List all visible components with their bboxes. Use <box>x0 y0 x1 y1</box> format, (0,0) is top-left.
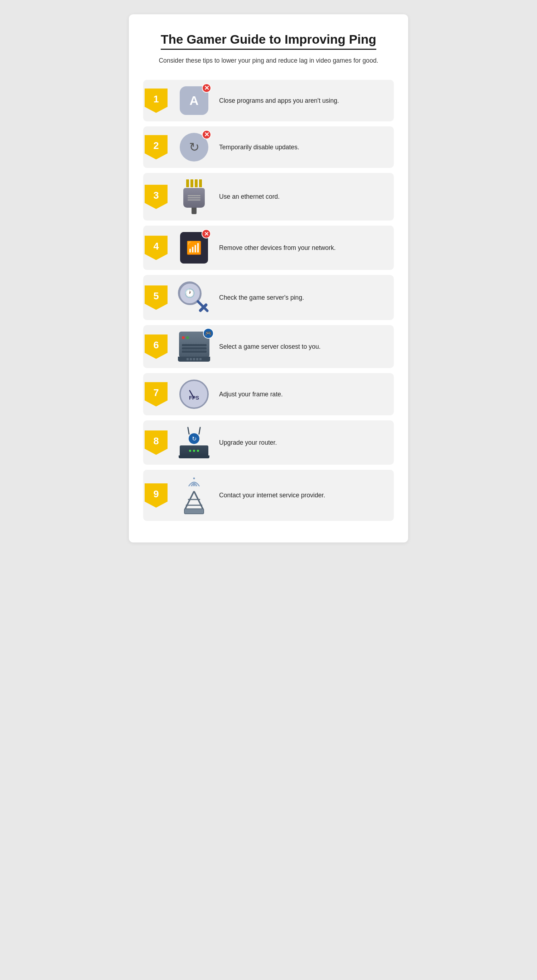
disable-updates-icon: ↻ ✕ <box>173 133 216 161</box>
tip-text-7: Adjust your frame rate. <box>216 390 283 399</box>
page-subtitle: Consider these tips to lower your ping a… <box>143 56 394 65</box>
tip-item-3: 3 <box>143 173 394 221</box>
router-icon: ↻ <box>173 427 216 458</box>
main-card: The Gamer Guide to Improving Ping Consid… <box>129 14 408 542</box>
tip-item-7: 7 FPS Adjust your frame rate. <box>143 373 394 415</box>
badge-number-4: 4 <box>153 240 159 252</box>
svg-point-2 <box>193 478 195 479</box>
number-badge-4: 4 <box>143 235 169 260</box>
badge-number-5: 5 <box>153 290 159 302</box>
router-refresh-icon: ↻ <box>189 433 199 444</box>
number-badge-6: 6 <box>143 334 169 359</box>
remove-devices-icon: 📶 ✕ <box>173 232 216 264</box>
tip-item-8: 8 ↻ Upgrade your <box>143 420 394 465</box>
svg-line-3 <box>185 491 194 509</box>
svg-line-4 <box>194 491 203 509</box>
check-ping-icon: 🕐 <box>173 282 216 313</box>
number-badge-9: 9 <box>143 484 169 508</box>
badge-number-9: 9 <box>153 488 159 500</box>
badge-number-6: 6 <box>153 339 159 351</box>
page-title: The Gamer Guide to Improving Ping <box>161 32 376 50</box>
badge-number-1: 1 <box>153 94 159 105</box>
number-badge-3: 3 <box>143 185 169 209</box>
tip-text-8: Upgrade your router. <box>216 438 277 447</box>
number-badge-5: 5 <box>143 285 169 310</box>
close-x-badge: ✕ <box>202 83 211 93</box>
tip-text-1: Close programs and apps you aren't using… <box>216 96 339 105</box>
badge-number-2: 2 <box>153 140 159 151</box>
tip-item-5: 5 🕐 Check the game server's ping. <box>143 275 394 320</box>
tip-item-2: 2 ↻ ✕ Temporarily disable updates. <box>143 126 394 168</box>
number-badge-1: 1 <box>143 88 169 113</box>
close-x-badge-4: ✕ <box>202 229 211 239</box>
number-badge-8: 8 <box>143 430 169 455</box>
game-server-icon: 🎮 <box>173 332 216 362</box>
tip-text-5: Check the game server's ping. <box>216 293 304 302</box>
tip-text-3: Use an ethernet cord. <box>216 192 280 201</box>
tip-item-1: 1 A ✕ Close programs and apps you aren't… <box>143 80 394 121</box>
svg-rect-7 <box>184 509 204 514</box>
close-programs-icon: A ✕ <box>173 86 216 115</box>
close-x-badge-2: ✕ <box>202 130 211 139</box>
tip-item-9: 9 <box>143 470 394 521</box>
number-badge-7: 7 <box>143 382 169 406</box>
tip-text-9: Contact your internet service provider. <box>216 490 325 500</box>
tip-text-6: Select a game server closest to you. <box>216 342 321 351</box>
ethernet-icon <box>173 180 216 214</box>
number-badge-2: 2 <box>143 135 169 159</box>
tip-item-4: 4 📶 ✕ Remove other devices from your net… <box>143 226 394 270</box>
badge-number-8: 8 <box>153 435 159 447</box>
gamepad-badge: 🎮 <box>203 328 214 339</box>
isp-icon <box>173 476 216 514</box>
frame-rate-icon: FPS <box>173 380 216 409</box>
tip-item-6: 6 <box>143 325 394 368</box>
badge-number-3: 3 <box>153 190 159 201</box>
page-header: The Gamer Guide to Improving Ping Consid… <box>143 32 394 65</box>
tip-text-4: Remove other devices from your network. <box>216 243 336 253</box>
tips-list: 1 A ✕ Close programs and apps you aren't… <box>143 80 394 521</box>
badge-number-7: 7 <box>153 387 159 399</box>
tip-text-2: Temporarily disable updates. <box>216 143 299 152</box>
